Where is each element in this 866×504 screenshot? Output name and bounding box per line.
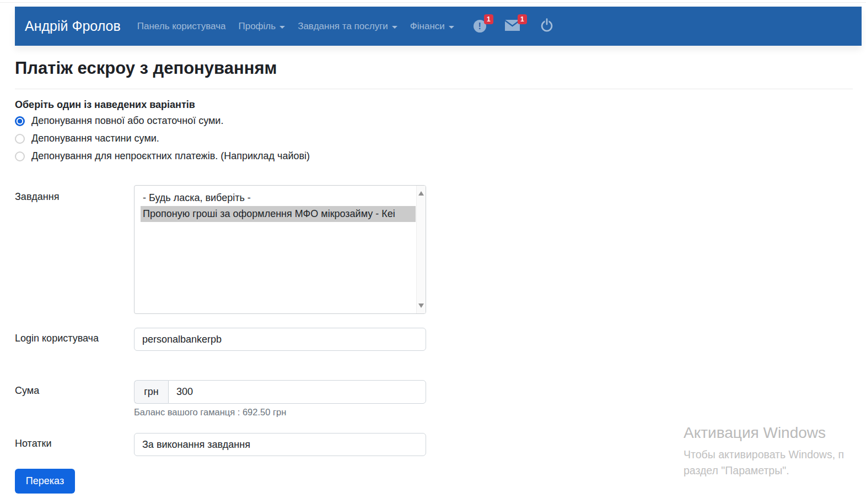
radio-option-label: Депонування частини суми. — [31, 133, 159, 144]
watermark-line: Чтобы активировать Windows, п — [684, 447, 844, 463]
task-option-placeholder[interactable]: - Будь ласка, виберіть - — [135, 190, 416, 206]
task-listbox[interactable]: - Будь ласка, виберіть - Пропоную гроші … — [134, 185, 426, 314]
nav-item-profile[interactable]: Профіль — [238, 21, 285, 32]
notes-input[interactable] — [134, 433, 426, 456]
nav-item-label: Профіль — [238, 21, 276, 32]
logout-button[interactable] — [540, 18, 554, 35]
radio-unchecked-icon[interactable] — [15, 151, 25, 161]
page-title: Платіж ескроу з депонуванням — [15, 58, 277, 78]
windows-activation-watermark: Активация Windows Чтобы активировать Win… — [684, 424, 844, 479]
page: Андрій Фролов Панель користувача Профіль… — [0, 0, 866, 504]
chevron-down-icon — [392, 26, 397, 29]
login-input[interactable] — [134, 328, 426, 351]
alerts-button[interactable]: ! 1 — [474, 20, 486, 32]
radio-group-label: Оберіть один із наведених варіантів — [15, 99, 195, 111]
messages-button[interactable]: 1 — [505, 20, 520, 33]
radio-option-full-sum[interactable]: Депонування повної або остаточної суми. — [15, 115, 310, 127]
wallet-balance-text: Баланс вашого гаманця : 692.50 грн — [134, 407, 286, 418]
nav-item-finance[interactable]: Фінанси — [410, 21, 454, 32]
notes-label: Нотатки — [15, 438, 51, 449]
nav-item-tasks-services[interactable]: Завдання та послуги — [298, 21, 397, 32]
radio-option-non-project[interactable]: Депонування для непроєктних платежів. (Н… — [15, 150, 310, 162]
navbar: Андрій Фролов Панель користувача Профіль… — [15, 7, 862, 46]
chevron-down-icon — [449, 26, 454, 29]
task-option-selected[interactable]: Пропоную гроші за оформлення МФО мікроза… — [141, 206, 416, 222]
watermark-title: Активация Windows — [684, 424, 844, 442]
transfer-button[interactable]: Переказ — [15, 469, 75, 494]
amount-input[interactable] — [168, 380, 426, 404]
nav-item-label: Фінанси — [410, 21, 445, 32]
scroll-up-icon[interactable] — [418, 191, 424, 196]
nav-item-label: Панель користувача — [137, 21, 226, 32]
nav-item-label: Завдання та послуги — [298, 21, 388, 32]
scroll-down-icon[interactable] — [418, 304, 424, 308]
watermark-line: раздел "Параметры". — [684, 463, 844, 479]
radio-option-partial-sum[interactable]: Депонування частини суми. — [15, 132, 310, 145]
user-name-brand[interactable]: Андрій Фролов — [25, 18, 121, 34]
amount-input-group: грн — [134, 380, 426, 404]
amount-label: Сума — [15, 385, 39, 397]
alerts-badge: 1 — [484, 14, 493, 24]
login-label: Login користувача — [15, 333, 99, 344]
radio-unchecked-icon[interactable] — [15, 134, 25, 144]
top-divider — [0, 2, 866, 3]
radio-checked-icon[interactable] — [15, 116, 25, 126]
messages-badge: 1 — [518, 14, 527, 24]
radio-option-label: Депонування для непроєктних платежів. (Н… — [31, 150, 310, 162]
title-divider — [15, 89, 853, 89]
power-icon — [540, 18, 554, 32]
task-label: Завдання — [15, 191, 59, 203]
chevron-down-icon — [279, 26, 285, 29]
nav-item-dashboard[interactable]: Панель користувача — [137, 21, 226, 32]
radio-option-label: Депонування повної або остаточної суми. — [31, 115, 223, 127]
deposit-options-group: Депонування повної або остаточної суми. … — [15, 115, 310, 167]
currency-addon: грн — [134, 380, 168, 404]
listbox-scrollbar[interactable] — [416, 186, 426, 313]
